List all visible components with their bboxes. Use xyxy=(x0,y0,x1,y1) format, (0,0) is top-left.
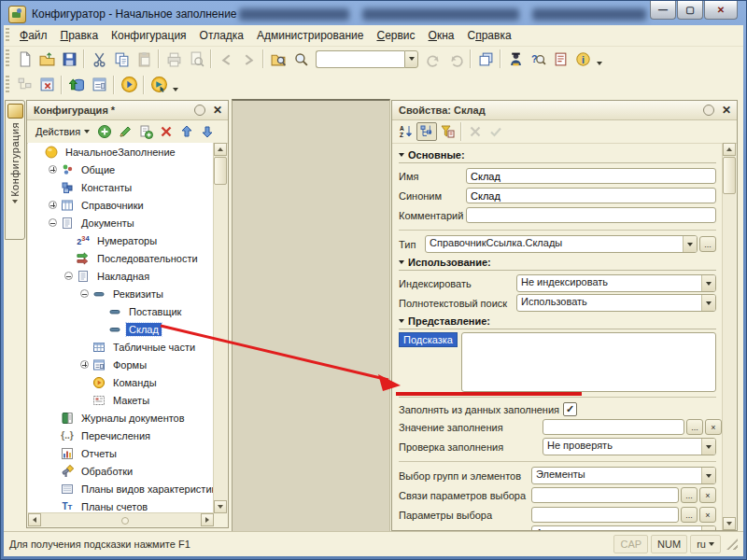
name-input[interactable] xyxy=(466,168,716,184)
minimize-button[interactable]: — xyxy=(650,1,676,20)
synonym-input[interactable] xyxy=(466,188,716,203)
tree-item-root[interactable]: НачальноеЗаполнение xyxy=(28,143,214,161)
menu-service[interactable]: Сервис xyxy=(370,25,421,46)
expand-icon[interactable] xyxy=(49,201,57,209)
add-item-icon[interactable] xyxy=(94,122,115,141)
info-icon[interactable]: i xyxy=(571,49,594,69)
search-dropdown-button[interactable] xyxy=(404,50,418,68)
tree-item-numerators[interactable]: 234Нумераторы xyxy=(28,231,214,249)
find-in-files-icon[interactable] xyxy=(267,49,289,69)
paste-icon[interactable] xyxy=(133,49,155,69)
tree-item-makety[interactable]: Макеты xyxy=(28,391,214,409)
choice-params-clear-button[interactable]: × xyxy=(699,507,716,523)
tree-item-rekvizity[interactable]: Реквизиты xyxy=(28,285,214,302)
menu-administration[interactable]: Администрирование xyxy=(250,25,370,46)
fill-from-data-checkbox[interactable]: ✓ xyxy=(563,402,577,416)
print-preview-icon[interactable] xyxy=(185,49,207,69)
tree-item-plany-schetov[interactable]: ТТПланы счетов xyxy=(28,497,214,513)
forward-icon[interactable] xyxy=(237,49,260,69)
start-enterprise-icon[interactable] xyxy=(118,75,140,95)
dropdown-icon[interactable] xyxy=(701,295,715,311)
cancel-edit-icon[interactable] xyxy=(465,122,486,141)
dropdown-icon[interactable] xyxy=(701,468,715,483)
tree-item-zhurnaly[interactable]: Журналы документов xyxy=(28,409,214,427)
tree-horizontal-scrollbar[interactable] xyxy=(28,512,214,526)
menu-edit[interactable]: Правка xyxy=(54,25,106,46)
filter-properties-icon[interactable] xyxy=(437,122,458,141)
move-up-icon[interactable] xyxy=(176,122,197,141)
quick-choice-combobox[interactable]: Авто xyxy=(531,525,716,530)
apply-edit-icon[interactable] xyxy=(486,122,506,141)
start-debugging-icon[interactable] xyxy=(148,75,170,95)
actions-menu-button[interactable]: Действия xyxy=(31,124,94,139)
copy-icon[interactable] xyxy=(110,49,133,69)
dock-tab-configuration[interactable]: Конфигурация xyxy=(5,100,25,240)
collapse-icon[interactable] xyxy=(64,272,73,280)
tree-item-documents[interactable]: Документы xyxy=(28,214,214,231)
dropdown-icon[interactable] xyxy=(701,526,715,530)
open-form-icon[interactable] xyxy=(88,75,110,95)
pin-icon[interactable] xyxy=(703,105,714,116)
close-button[interactable]: ✕ xyxy=(704,1,738,20)
expand-icon[interactable] xyxy=(49,165,57,174)
search-input[interactable] xyxy=(316,50,404,68)
save-icon[interactable] xyxy=(58,49,80,69)
menu-file[interactable]: Файл xyxy=(13,25,54,46)
menu-configuration[interactable]: Конфигурация xyxy=(105,25,193,46)
more-dropdown-icon[interactable] xyxy=(594,49,605,69)
tree-item-formy[interactable]: Формы xyxy=(28,356,214,373)
tooltip-textarea[interactable] xyxy=(461,332,716,392)
type-ellipsis-button[interactable]: ... xyxy=(699,236,716,252)
dropdown-icon[interactable] xyxy=(683,236,697,252)
move-down-icon[interactable] xyxy=(197,122,218,141)
menu-windows[interactable]: Окна xyxy=(422,25,461,46)
choice-links-clear-button[interactable]: × xyxy=(699,487,716,503)
section-usage[interactable]: Использование: xyxy=(399,254,716,271)
choice-links-ellipsis-button[interactable]: ... xyxy=(681,487,698,503)
debug-dropdown-icon[interactable] xyxy=(170,75,181,95)
tree-item-nakladnaya[interactable]: Накладная xyxy=(28,267,214,285)
menu-debug[interactable]: Отладка xyxy=(193,25,250,46)
tree-item-obrabotki[interactable]: Обработки xyxy=(28,462,214,480)
add-copy-item-icon[interactable] xyxy=(135,122,156,141)
toolbar-grip[interactable] xyxy=(6,49,9,68)
configuration-tree-icon[interactable] xyxy=(13,75,35,95)
dropdown-icon[interactable] xyxy=(701,439,715,455)
scroll-left-icon[interactable] xyxy=(28,513,41,526)
undo-circular-icon[interactable] xyxy=(422,49,444,69)
fill-check-combobox[interactable]: Не проверять xyxy=(543,438,716,455)
indexing-combobox[interactable]: Не индексировать xyxy=(516,274,716,292)
group-choice-combobox[interactable]: Элементы xyxy=(531,467,716,484)
menu-grip[interactable] xyxy=(6,28,9,42)
print-icon[interactable] xyxy=(162,49,185,69)
expand-icon[interactable] xyxy=(80,360,89,369)
resize-grip[interactable] xyxy=(726,539,738,550)
tree-item-catalogs[interactable]: Справочники xyxy=(28,196,214,214)
fulltext-combobox[interactable]: Использовать xyxy=(516,294,716,312)
show-categories-icon[interactable] xyxy=(416,122,437,141)
redo-circular-icon[interactable] xyxy=(444,49,467,69)
scroll-down-icon[interactable] xyxy=(214,500,227,513)
cut-icon[interactable] xyxy=(88,49,110,69)
choice-params-ellipsis-button[interactable]: ... xyxy=(681,507,698,523)
collapse-icon[interactable] xyxy=(80,289,89,298)
open-icon[interactable] xyxy=(35,49,58,69)
section-presentation[interactable]: Представление: xyxy=(399,313,716,329)
properties-vertical-scrollbar[interactable] xyxy=(722,143,736,530)
syntax-assistant-icon[interactable] xyxy=(504,49,527,69)
type-combobox[interactable]: СправочникСсылка.Склады xyxy=(425,235,698,253)
new-document-icon[interactable] xyxy=(13,49,35,69)
close-panel-icon[interactable]: ✕ xyxy=(211,105,224,116)
tree-item-postavschik[interactable]: Поставщик xyxy=(28,302,214,320)
windows-cascade-icon[interactable] xyxy=(474,49,497,69)
scroll-down-icon[interactable] xyxy=(723,517,736,530)
pin-icon[interactable] xyxy=(194,105,205,116)
tree-item-otchety[interactable]: Отчеты xyxy=(28,444,214,462)
menu-help[interactable]: Справка xyxy=(460,25,517,46)
fill-value-ellipsis-button[interactable]: ... xyxy=(686,419,703,435)
close-panel-icon[interactable]: ✕ xyxy=(720,105,733,116)
choice-params-input[interactable] xyxy=(531,507,679,523)
tree-item-common[interactable]: Общие xyxy=(28,161,214,178)
language-selector[interactable]: ru xyxy=(690,535,721,553)
tree-item-sequences[interactable]: Последовательности xyxy=(28,249,214,267)
